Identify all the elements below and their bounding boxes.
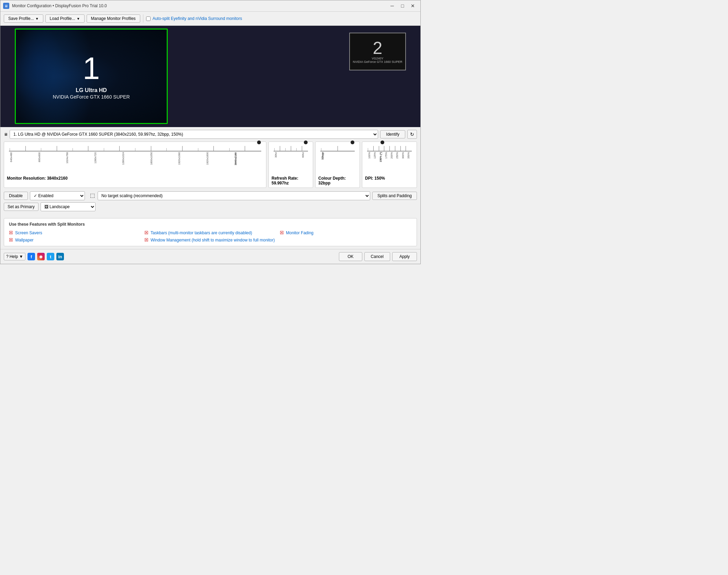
resolution-slider-container: 640x480 800x600 1024x768 1280x720 1280x1… — [7, 144, 263, 176]
title-bar-controls: ─ □ ✕ — [387, 2, 418, 9]
screen-savers-link[interactable]: Screen Savers — [15, 230, 42, 235]
depth-ruler — [320, 145, 355, 151]
toolbar: Save Profile... ▼ Load Profile... ▼ Mana… — [0, 12, 420, 26]
monitor-select-icon: 🖥 — [4, 132, 8, 136]
footer-left: ? Help ▼ f ◉ t in — [4, 253, 64, 260]
monitor-1-name: LG Ultra HD — [53, 87, 130, 94]
scaling-select[interactable]: No target scaling (recommended) — [98, 191, 370, 200]
monitor-2-preview[interactable]: 2 VG240Y NVIDIA GeForce GTX 1660 SUPER — [349, 33, 406, 70]
cancel-button[interactable]: Cancel — [364, 252, 390, 261]
dpi-ruler — [367, 145, 412, 151]
taskbars-link[interactable]: Taskbars (multi-monitor taskbars are cur… — [151, 230, 252, 235]
refresh-slider-container: 30hz 60hz — [272, 144, 310, 176]
help-icon: ? — [6, 254, 9, 259]
monitor-1-gpu: NVIDIA GeForce GTX 1660 SUPER — [53, 94, 130, 100]
feature-taskbars: ☒ Taskbars (multi-monitor taskbars are c… — [144, 230, 276, 235]
scaling-icon — [90, 194, 95, 198]
monitor-selector[interactable]: 1. LG Ultra HD @ NVIDIA GeForce GTX 1660… — [10, 130, 378, 139]
splits-padding-button[interactable]: Splits and Padding — [372, 192, 417, 200]
feature-monitor-fading: ☒ Monitor Fading — [280, 230, 412, 235]
controls-row-2: Set as Primary 🖼 Landscape — [4, 202, 417, 211]
monitor-fading-checkbox[interactable]: ☒ — [280, 230, 284, 235]
dpi-slider-container: 100% 125% 150% (*) 175% 200% 250% 300% 3… — [365, 144, 414, 176]
wallpaper-checkbox[interactable]: ☒ — [9, 237, 13, 243]
feature-screen-savers: ☒ Screen Savers — [9, 230, 141, 235]
enabled-select[interactable]: ✓ Enabled — [30, 191, 85, 200]
help-label: Help — [10, 254, 18, 259]
config-section: 🖥 1. LG Ultra HD @ NVIDIA GeForce GTX 16… — [0, 127, 420, 216]
facebook-button[interactable]: f — [27, 253, 35, 260]
app-icon: 🖥 — [3, 3, 9, 9]
monitor-2-name: VG240Y — [372, 57, 383, 60]
instagram-button[interactable]: ◉ — [37, 253, 45, 260]
sliders-row: 640x480 800x600 1024x768 1280x720 1280x1… — [4, 142, 417, 188]
dpi-dot — [380, 140, 384, 144]
taskbars-checkbox[interactable]: ☒ — [144, 230, 148, 235]
dpi-labels: 100% 125% 150% (*) 175% 200% 250% 300% 3… — [367, 152, 412, 174]
window-management-link[interactable]: Window Management (hold shift to maximiz… — [151, 238, 275, 243]
resolution-display: Monitor Resolution: 3840x2160 — [7, 176, 263, 181]
title-bar: 🖥 Monitor Configuration • DisplayFusion … — [0, 0, 420, 12]
resolution-ruler — [9, 145, 261, 151]
toolbar-separator — [143, 14, 143, 23]
main-window: 🖥 Monitor Configuration • DisplayFusion … — [0, 0, 421, 264]
apply-button[interactable]: Apply — [392, 252, 417, 261]
load-dropdown-arrow: ▼ — [77, 17, 80, 21]
ok-button[interactable]: OK — [339, 252, 362, 261]
help-button[interactable]: ? Help ▼ — [4, 253, 25, 260]
maximize-button[interactable]: □ — [398, 2, 407, 9]
twitter-button[interactable]: t — [47, 253, 54, 260]
depth-slider-box: 32bpp Colour Depth: 32bpp — [315, 142, 360, 188]
features-title: Use these Features with Split Monitors — [9, 222, 412, 227]
close-button[interactable]: ✕ — [408, 2, 418, 9]
save-profile-button[interactable]: Save Profile... ▼ — [4, 14, 43, 23]
refresh-dot — [304, 140, 308, 144]
monitor-1-content: 1 LG Ultra HD NVIDIA GeForce GTX 1660 SU… — [53, 53, 130, 100]
refresh-icon: ↻ — [410, 132, 414, 137]
resolution-dot — [257, 140, 261, 144]
footer-right: OK Cancel Apply — [339, 252, 417, 261]
depth-display: Colour Depth: 32bpp — [318, 176, 357, 185]
screen-savers-checkbox[interactable]: ☒ — [9, 230, 13, 235]
feature-wallpaper: ☒ Wallpaper — [9, 237, 141, 243]
depth-slider-container: 32bpp — [318, 144, 357, 176]
monitor-2-gpu: NVIDIA GeForce GTX 1660 SUPER — [353, 60, 402, 64]
set-primary-button[interactable]: Set as Primary — [4, 203, 38, 211]
window-title: Monitor Configuration • DisplayFusion Pr… — [12, 3, 107, 8]
wallpaper-link[interactable]: Wallpaper — [15, 238, 34, 243]
refresh-display: Refresh Rate: 59.997hz — [272, 176, 310, 185]
feature-window-management: ☒ Window Management (hold shift to maxim… — [144, 237, 276, 243]
orientation-select[interactable]: 🖼 Landscape — [41, 202, 96, 211]
help-arrow: ▼ — [19, 254, 23, 259]
controls-row-1: Disable ✓ Enabled No target scaling (rec… — [4, 191, 417, 200]
monitor-1-number: 1 — [53, 53, 130, 84]
monitor-2-number: 2 — [373, 40, 383, 57]
refresh-button[interactable]: ↻ — [407, 130, 417, 139]
refresh-labels: 30hz 60hz — [274, 152, 308, 174]
disable-button[interactable]: Disable — [4, 192, 28, 200]
resolution-slider-box: 640x480 800x600 1024x768 1280x720 1280x1… — [4, 142, 266, 188]
refresh-slider-box: 30hz 60hz Refresh Rate: 59.997hz — [268, 142, 313, 188]
save-dropdown-arrow: ▼ — [35, 17, 39, 21]
auto-split-checkbox[interactable] — [146, 16, 151, 21]
window-management-checkbox[interactable]: ☒ — [144, 237, 148, 243]
auto-split-label[interactable]: Auto-split Eyefinity and nVidia Surround… — [146, 16, 242, 21]
minimize-button[interactable]: ─ — [387, 2, 397, 9]
monitor-preview: 1 LG Ultra HD NVIDIA GeForce GTX 1660 SU… — [0, 26, 420, 127]
resolution-labels: 640x480 800x600 1024x768 1280x720 1280x1… — [9, 152, 261, 174]
dpi-slider-box: 100% 125% 150% (*) 175% 200% 250% 300% 3… — [362, 142, 417, 188]
features-grid: ☒ Screen Savers ☒ Taskbars (multi-monito… — [9, 230, 412, 243]
linkedin-button[interactable]: in — [56, 253, 64, 260]
features-section: Use these Features with Split Monitors ☒… — [4, 218, 417, 246]
depth-dot — [351, 140, 354, 144]
monitor-fading-link[interactable]: Monitor Fading — [286, 230, 313, 235]
manage-profiles-button[interactable]: Manage Monitor Profiles — [87, 14, 140, 23]
monitor-1-preview[interactable]: 1 LG Ultra HD NVIDIA GeForce GTX 1660 SU… — [15, 29, 168, 124]
refresh-ruler — [274, 145, 308, 151]
monitor-selector-row: 🖥 1. LG Ultra HD @ NVIDIA GeForce GTX 16… — [4, 130, 417, 139]
depth-labels: 32bpp — [320, 152, 355, 174]
identify-button[interactable]: Identify — [380, 130, 405, 138]
dpi-display: DPI: 150% — [365, 176, 414, 181]
footer-bar: ? Help ▼ f ◉ t in OK Cancel Apply — [0, 249, 420, 264]
load-profile-button[interactable]: Load Profile... ▼ — [45, 14, 85, 23]
